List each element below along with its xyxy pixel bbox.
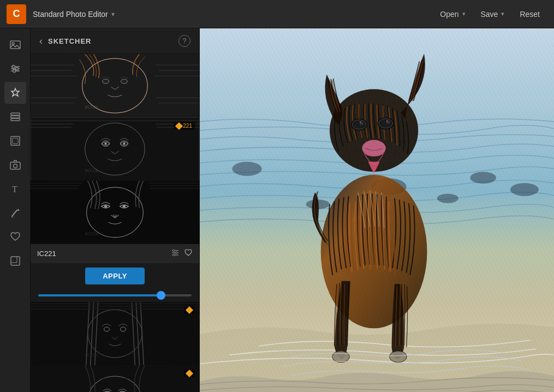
photo-canvas xyxy=(200,28,554,392)
filter-thumbnail-ic100: WCCCW xyxy=(31,54,199,117)
filter-card-footer: IC221 xyxy=(31,244,199,263)
app-logo: C xyxy=(7,4,26,24)
open-label: Open xyxy=(440,10,458,19)
svg-text:WCCCW: WCCCW xyxy=(85,168,98,173)
filter-actions xyxy=(171,248,193,259)
intensity-slider[interactable] xyxy=(38,294,192,296)
app-title-chevron-icon: ▾ xyxy=(111,10,115,18)
active-filter-name: IC221 xyxy=(37,250,171,258)
svg-point-49 xyxy=(104,205,107,208)
svg-point-39 xyxy=(123,142,125,145)
svg-point-21 xyxy=(103,79,109,84)
filter-thumbnail-ic300: WCCCW xyxy=(31,302,199,365)
camera-tool-button[interactable] xyxy=(4,154,26,176)
filter-favorite-button[interactable] xyxy=(184,248,193,259)
filter-item-ic300[interactable]: WCCCW xyxy=(31,302,199,365)
svg-text:WCCCW: WCCCW xyxy=(85,105,98,110)
filter-badge-ic300 xyxy=(184,306,195,314)
svg-rect-72 xyxy=(31,365,199,392)
panel-header: ‹ SKETCHER ? xyxy=(31,28,199,54)
filter-item-ic221[interactable]: WCCCW IC221 xyxy=(31,181,199,302)
svg-text:T: T xyxy=(12,185,17,194)
svg-text:WCCCW: WCCCW xyxy=(85,353,98,358)
image-tool-button[interactable] xyxy=(4,34,26,56)
filter-item-ic100[interactable]: WCCCW xyxy=(31,54,199,117)
svg-point-6 xyxy=(15,68,18,70)
svg-rect-9 xyxy=(11,116,20,118)
brush-tool-button[interactable] xyxy=(4,202,26,224)
intensity-slider-container xyxy=(37,289,193,299)
frames-tool-button[interactable] xyxy=(4,130,26,152)
text-tool-button[interactable]: T xyxy=(4,178,26,200)
svg-point-14 xyxy=(13,164,17,168)
apply-button[interactable]: APPLY xyxy=(85,268,145,284)
premium-diamond-icon-2 xyxy=(186,306,193,314)
svg-point-62 xyxy=(175,252,177,254)
svg-rect-47 xyxy=(31,181,199,244)
adjustments-tool-button[interactable] xyxy=(4,58,26,80)
svg-point-7 xyxy=(13,70,15,73)
svg-rect-64 xyxy=(31,302,199,365)
filter-item-ic400[interactable]: WCCCW xyxy=(31,365,199,392)
effects-panel: ‹ SKETCHER ? xyxy=(31,28,200,392)
svg-rect-11 xyxy=(11,136,20,145)
svg-rect-16 xyxy=(11,257,20,265)
effects-tool-button[interactable] xyxy=(4,82,26,104)
svg-rect-103 xyxy=(200,28,554,392)
app-title-text: Standard Photo Editor xyxy=(33,10,108,19)
svg-point-67 xyxy=(120,327,126,331)
svg-text:WCCCW: WCCCW xyxy=(85,231,98,236)
back-button[interactable]: ‹ xyxy=(39,35,43,47)
app-title-container[interactable]: Standard Photo Editor ▾ xyxy=(33,10,115,19)
svg-point-5 xyxy=(12,66,15,68)
filter-thumbnail-ic200: WCCCW 221 xyxy=(31,117,199,181)
apply-area: APPLY xyxy=(31,263,199,302)
svg-rect-10 xyxy=(11,118,20,121)
filter-item-ic200[interactable]: WCCCW 221 xyxy=(31,117,199,181)
canvas-area xyxy=(200,28,554,392)
save-label: Save xyxy=(481,10,498,19)
save-chevron-icon: ▾ xyxy=(501,10,504,17)
save-button[interactable]: Save ▾ xyxy=(473,7,513,22)
svg-rect-19 xyxy=(31,54,199,117)
svg-point-66 xyxy=(104,327,110,331)
panel-title: SKETCHER xyxy=(48,37,178,45)
svg-point-22 xyxy=(121,79,127,84)
heart-tool-button[interactable] xyxy=(4,226,26,248)
filter-thumbnail-ic221: WCCCW xyxy=(31,181,199,244)
filter-thumbnail-ic400: WCCCW xyxy=(31,365,199,392)
premium-diamond-icon-3 xyxy=(186,370,193,377)
svg-point-50 xyxy=(123,205,126,208)
svg-rect-8 xyxy=(11,113,20,115)
main-area: T ‹ SKETCHER ? xyxy=(0,28,554,392)
premium-diamond-icon xyxy=(175,122,183,129)
topbar: C Standard Photo Editor ▾ Open ▾ Save ▾ … xyxy=(0,0,554,28)
filter-badge-ic200: 221 xyxy=(174,122,195,130)
icon-bar: T xyxy=(0,28,31,392)
svg-point-61 xyxy=(172,250,175,252)
layers-tool-button[interactable] xyxy=(4,106,26,128)
badge-number: 221 xyxy=(183,123,192,129)
filter-settings-button[interactable] xyxy=(171,248,180,259)
open-button[interactable]: Open ▾ xyxy=(432,7,473,22)
open-chevron-icon: ▾ xyxy=(462,10,466,17)
svg-point-63 xyxy=(173,254,175,256)
svg-point-38 xyxy=(105,142,107,145)
help-button[interactable]: ? xyxy=(178,35,190,47)
sticker-tool-button[interactable] xyxy=(4,250,26,272)
filter-badge-ic400 xyxy=(184,370,195,377)
reset-button[interactable]: Reset xyxy=(512,7,547,22)
svg-rect-12 xyxy=(13,138,18,144)
filter-list: WCCCW xyxy=(31,54,199,392)
